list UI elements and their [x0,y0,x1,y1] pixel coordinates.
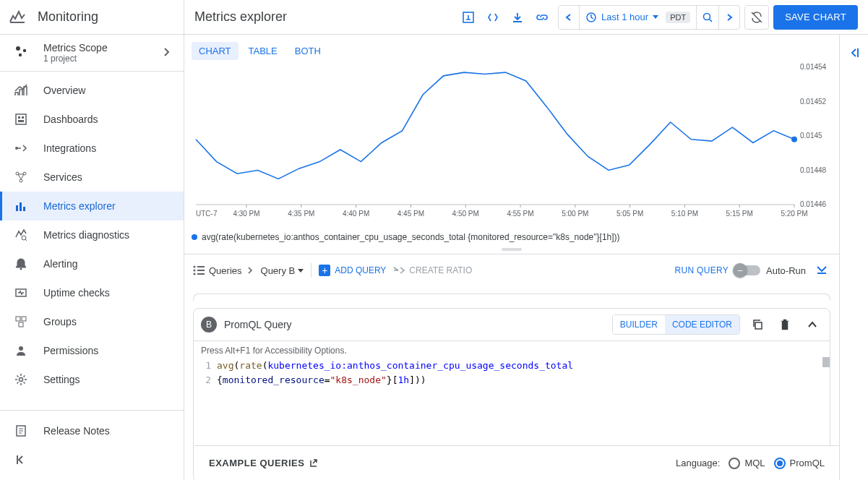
add-to-dashboard-icon[interactable] [457,6,480,29]
svg-text:4:40 PM: 4:40 PM [343,210,369,218]
integrations-icon [14,142,32,155]
diagnostics-icon [14,228,32,241]
svg-rect-0 [10,22,25,23]
time-reset-button[interactable] [697,6,718,29]
link-icon[interactable] [530,6,554,29]
main-content: Metrics explorer Last 1 hour PDT [184,0,868,480]
collapse-queries-button[interactable] [813,262,830,279]
query-card-title: PromQL Query [224,319,292,330]
resize-handle[interactable] [184,245,839,254]
caret-down-icon [298,269,304,273]
time-next-button[interactable] [719,6,739,29]
topbar: Metrics explorer Last 1 hour PDT [184,0,868,35]
settings-icon [14,373,32,386]
services-icon [14,171,32,184]
svg-point-2 [23,49,26,52]
svg-rect-7 [18,120,24,122]
builder-mode-button[interactable]: BUILDER [613,315,665,334]
svg-rect-20 [19,322,23,327]
sidebar-item-uptime-checks[interactable]: Uptime checks [0,278,184,307]
permissions-icon [14,344,32,357]
page-title: Metrics explorer [194,9,287,25]
svg-text:5:15 PM: 5:15 PM [726,210,753,218]
query-selector[interactable]: Query B [261,265,304,276]
svg-rect-14 [23,207,25,211]
tab-table[interactable]: TABLE [241,42,285,60]
collapse-sidebar-button[interactable] [0,445,184,474]
run-query-button[interactable]: RUN QUERY [675,265,729,275]
add-query-button[interactable]: + ADD QUERY [319,265,386,276]
metrics-explorer-icon [14,200,32,213]
sidebar-item-settings[interactable]: Settings [0,365,184,394]
mql-radio[interactable]: MQL [729,458,765,469]
tab-both[interactable]: BOTH [288,42,328,60]
overview-icon [14,84,32,97]
collapse-card-button[interactable] [802,314,822,335]
minimap-indicator [822,357,830,367]
svg-point-58 [194,270,196,272]
release-notes-icon [14,424,32,437]
create-ratio-button[interactable]: CREATE RATIO [393,265,472,275]
scope-subtitle: 1 project [43,53,108,64]
sidebar-item-dashboards[interactable]: Dashboards [0,105,184,134]
svg-point-59 [194,273,196,275]
sidebar-item-alerting[interactable]: Alerting [0,249,184,278]
scope-title: Metrics Scope [43,42,108,53]
svg-text:4:30 PM: 4:30 PM [233,210,259,218]
svg-rect-13 [20,202,22,211]
download-icon[interactable] [506,6,529,29]
scope-icon [14,45,27,60]
svg-rect-4 [16,114,26,124]
autorefresh-off-icon[interactable] [744,5,769,30]
language-label: Language: [676,458,720,468]
timezone-badge[interactable]: PDT [666,12,690,23]
list-icon [193,265,205,275]
time-range-button[interactable]: Last 1 hour PDT [580,6,696,29]
clock-icon [585,12,597,23]
sidebar-item-release-notes[interactable]: Release Notes [0,416,184,445]
svg-text:4:50 PM: 4:50 PM [452,210,479,218]
svg-point-22 [20,378,23,382]
query-badge: B [201,317,217,333]
queries-label: Queries [209,265,242,276]
delete-button[interactable] [775,314,795,335]
tab-chart[interactable]: CHART [192,42,239,60]
sidebar-footer: Release Notes [0,410,184,480]
chart-legend[interactable]: avg(rate(kubernetes_io:anthos_container_… [184,231,839,245]
sidebar-item-services[interactable]: Services [0,163,184,192]
sidebar-item-overview[interactable]: Overview [0,76,184,105]
time-prev-button[interactable] [559,6,579,29]
save-chart-button[interactable]: SAVE CHART [773,5,858,30]
product-title: Monitoring [38,9,98,25]
svg-rect-12 [16,205,18,211]
sidebar-nav: Overview Dashboards Integrations Service… [0,72,184,410]
sidebar-item-permissions[interactable]: Permissions [0,336,184,365]
view-tabs: CHART TABLE BOTH [184,35,839,60]
json-icon[interactable] [481,6,504,29]
chart-canvas: 0.014540.014520.01450.014480.014464:30 P… [184,60,839,231]
svg-text:0.0145: 0.0145 [800,132,822,140]
expand-panel-button[interactable] [848,46,861,480]
sidebar-item-metrics-diagnostics[interactable]: Metrics diagnostics [0,220,184,249]
copy-button[interactable] [747,314,768,335]
example-queries-link[interactable]: EXAMPLE QUERIES [209,458,317,468]
svg-rect-5 [18,116,20,119]
caret-down-icon [653,15,658,19]
groups-icon [14,315,32,328]
svg-text:0.01454: 0.01454 [800,63,827,71]
svg-text:4:55 PM: 4:55 PM [507,210,533,218]
sidebar-item-metrics-explorer[interactable]: Metrics explorer [0,192,184,220]
editor-accessibility-hint: Press Alt+F1 for Accessibility Options. [194,341,830,356]
autorun-toggle[interactable]: − [736,265,760,275]
sidebar-item-groups[interactable]: Groups [0,307,184,336]
svg-rect-18 [16,317,20,321]
promql-radio[interactable]: PromQL [774,458,825,469]
svg-point-8 [15,147,18,150]
code-editor-mode-button[interactable]: CODE EDITOR [665,315,739,334]
svg-point-16 [20,268,22,270]
sidebar-item-integrations[interactable]: Integrations [0,134,184,163]
svg-text:5:20 PM: 5:20 PM [781,210,807,218]
time-range-selector: Last 1 hour PDT [558,5,740,30]
metrics-scope-selector[interactable]: Metrics Scope 1 project [0,35,184,72]
svg-text:4:35 PM: 4:35 PM [288,210,314,218]
